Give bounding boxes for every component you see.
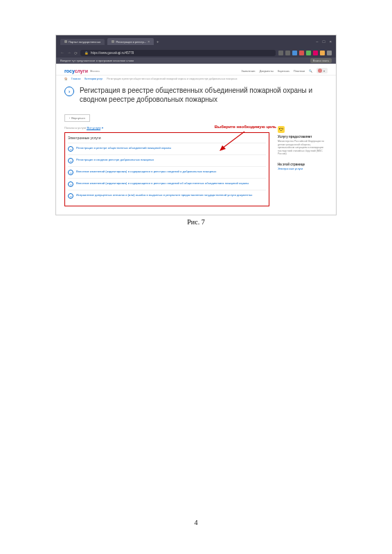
chevron-circle-icon: › <box>64 87 74 96</box>
page-number: 4 <box>0 519 392 526</box>
nav-link[interactable]: Документы <box>259 69 274 73</box>
address-bar: ← → ⟳ 🔒 https://www.gosuslugi.ru/45778 <box>56 48 336 57</box>
search-icon[interactable]: 🔍 <box>309 69 312 73</box>
page-title-block: › Регистрация в реестре общественных объ… <box>56 82 336 109</box>
home-icon[interactable]: 🏠 <box>64 78 67 80</box>
user-menu[interactable]: ▾ <box>317 68 328 73</box>
ext-icon[interactable] <box>285 51 290 55</box>
region-label[interactable]: Москва <box>90 69 100 73</box>
service-link: Регистрация в сводном реестре добровольн… <box>76 158 154 161</box>
breadcrumb-current: Регистрация в реестре общественных объед… <box>107 78 237 80</box>
back-label: Вернуться <box>71 116 84 120</box>
service-icon: ⌕ <box>68 193 73 199</box>
service-link: Исправление допущенных опечаток и (или) … <box>76 193 252 197</box>
annotation-callout: Выберите необходимую цель <box>215 125 276 129</box>
sidebar-anchor-link[interactable]: Электронные услуги <box>278 168 328 170</box>
tab-favicon <box>112 40 114 43</box>
ext-icon[interactable] <box>327 51 332 55</box>
browser-tab[interactable]: Портал государственных <box>60 39 105 45</box>
avatar-icon <box>318 69 322 73</box>
breadcrumb-link[interactable]: Главная <box>71 78 80 80</box>
nav-forward-icon[interactable]: → <box>67 51 71 55</box>
sidebar-text: Министерство Российской Федерации по дел… <box>278 140 328 156</box>
figure-caption: Рис. 7 <box>55 218 337 226</box>
ext-icon[interactable] <box>306 51 311 55</box>
page-body: госуслуги Москва Заявления Документы Кар… <box>56 64 336 215</box>
close-icon[interactable]: × <box>148 39 150 44</box>
reload-icon[interactable]: ⟳ <box>74 51 78 55</box>
close-window-icon[interactable]: × <box>329 39 332 44</box>
chevron-down-icon[interactable]: ▾ <box>102 126 103 129</box>
info-button[interactable]: Важно знать <box>310 58 332 63</box>
service-item[interactable]: ⌕ Внесение изменений (корректировка) в с… <box>68 167 266 179</box>
service-link: Внесение изменений (корректировка) в сод… <box>76 181 249 185</box>
service-item[interactable]: ⌕ Исправление допущенных опечаток и (или… <box>68 190 266 202</box>
chevron-down-icon: ▾ <box>323 69 325 73</box>
breadcrumb: 🏠 Главная Категории услуг Регистрация в … <box>56 75 336 82</box>
browser-tab-bar: Портал государственных Регистрация в рее… <box>56 35 336 48</box>
tab-favicon <box>64 40 67 43</box>
url-text: https://www.gosuslugi.ru/45778 <box>91 51 134 55</box>
page-title: Регистрация в реестре общественных объед… <box>80 87 328 104</box>
info-text: Введите тут предложенное в программе клю… <box>60 59 134 62</box>
new-tab-button[interactable]: + <box>157 39 159 44</box>
gosuslugi-logo[interactable]: госуслуги <box>64 69 88 73</box>
ext-icon[interactable] <box>278 51 283 55</box>
nav-link[interactable]: Заявления <box>241 69 255 73</box>
tab-label-text: Показаны услуги <box>64 126 86 129</box>
nav-link[interactable]: Платежи <box>294 69 305 73</box>
lock-icon: 🔒 <box>84 51 89 55</box>
ext-icon[interactable] <box>292 51 297 55</box>
chevron-left-icon: ‹ <box>69 116 70 120</box>
service-icon: ⌕ <box>68 146 73 152</box>
service-item[interactable]: ⌕ Внесение изменений (корректировка) в с… <box>68 179 266 190</box>
nav-back-icon[interactable]: ← <box>60 51 64 55</box>
ext-icon[interactable] <box>320 51 325 55</box>
browser-tab-active[interactable]: Регистрация в реестр... × <box>107 38 154 45</box>
sidebar: 🛡 Услугу предоставляет Министерство Росс… <box>278 126 328 206</box>
sidebar-title: Услугу предоставляет <box>278 135 328 138</box>
maximize-icon[interactable]: □ <box>323 39 326 44</box>
breadcrumb-link[interactable]: Категории услуг <box>84 78 103 80</box>
sidebar-title: На этой странице <box>278 163 328 166</box>
annotation-arrow-icon <box>218 130 246 151</box>
info-bar: Введите тут предложенное в программе клю… <box>56 57 336 64</box>
extension-icons <box>278 51 332 55</box>
url-field[interactable]: 🔒 https://www.gosuslugi.ru/45778 <box>80 50 276 56</box>
minimize-icon[interactable]: − <box>316 39 319 44</box>
ext-icon[interactable] <box>313 51 318 55</box>
tab-label: Портал государственных <box>69 40 100 44</box>
service-icon: ⌕ <box>68 170 73 175</box>
svg-line-0 <box>222 132 244 148</box>
back-button[interactable]: ‹ Вернуться <box>64 114 90 122</box>
ext-icon[interactable] <box>299 51 304 55</box>
service-icon: ⌕ <box>68 158 73 163</box>
browser-screenshot: Портал государственных Регистрация в рее… <box>55 35 337 215</box>
service-link: Регистрация в реестре общественных объед… <box>76 146 171 150</box>
site-header: госуслуги Москва Заявления Документы Кар… <box>56 66 336 75</box>
service-icon: ⌕ <box>68 181 73 187</box>
shield-icon: 🛡 <box>278 126 285 133</box>
service-item[interactable]: ⌕ Регистрация в сводном реестре добровол… <box>68 155 266 167</box>
nav-link[interactable]: Карточка <box>278 69 289 73</box>
tab-link-all[interactable]: Все услуги <box>87 126 100 130</box>
service-link: Внесение изменений (корректировка) в сод… <box>76 170 216 173</box>
tab-label: Регистрация в реестр... <box>116 40 146 44</box>
